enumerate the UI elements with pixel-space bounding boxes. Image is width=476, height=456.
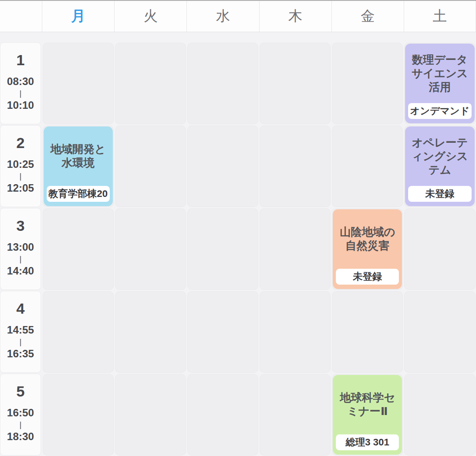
course-location-badge: 総理3 301 — [336, 434, 399, 450]
course-title-line: サイエンス — [412, 67, 468, 80]
period-end-time: 14:40 — [7, 265, 34, 277]
cell-sat-1[interactable]: 数理データ サイエンス 活用 オンデマンド — [404, 43, 475, 124]
cell-mon-4[interactable] — [43, 291, 114, 373]
course-location-badge: 教育学部棟20 — [47, 186, 110, 202]
course-title-line: 山陰地域の — [340, 225, 395, 239]
cell-sat-3[interactable] — [404, 208, 475, 290]
course-title-line: オペレーテ — [412, 136, 468, 149]
period-start-time: 08:30 — [7, 75, 34, 88]
cell-tue-5[interactable] — [115, 374, 186, 456]
cell-fri-5[interactable]: 地球科学セ ミナーⅡ 総理3 301 — [332, 374, 403, 456]
period-2-label: 2 10:25 | 12:05 — [0, 125, 41, 207]
day-header-tue: 火 — [114, 1, 186, 32]
period-number: 5 — [16, 382, 25, 400]
cell-thu-2[interactable] — [260, 126, 331, 207]
course-location-badge: 未登録 — [408, 186, 471, 202]
cell-mon-5[interactable] — [43, 374, 114, 456]
cell-mon-3[interactable] — [43, 208, 114, 290]
course-title-line: 地域開発と — [50, 142, 106, 156]
course-title: 地域開発と 水環境 — [44, 126, 113, 186]
cell-sat-2[interactable]: オペレーテ ィングシス テム 未登録 — [404, 126, 475, 207]
period-separator: | — [19, 337, 22, 347]
cell-tue-2[interactable] — [115, 126, 186, 207]
course-card-fri-3[interactable]: 山陰地域の 自然災害 未登録 — [333, 209, 402, 289]
cell-mon-2[interactable]: 地域開発と 水環境 教育学部棟20 — [43, 126, 114, 207]
course-title: 地球科学セ ミナーⅡ — [333, 375, 402, 434]
period-5-label: 5 16:50 | 18:30 — [0, 374, 41, 456]
cell-wed-3[interactable] — [187, 208, 258, 290]
course-title-line: 自然災害 — [346, 239, 390, 252]
cell-tue-3[interactable] — [115, 208, 186, 290]
period-end-time: 10:10 — [7, 99, 34, 111]
cell-thu-3[interactable] — [260, 208, 331, 290]
cell-tue-1[interactable] — [115, 43, 186, 124]
period-1-label: 1 08:30 | 10:10 — [0, 42, 41, 124]
cell-sat-4[interactable] — [404, 291, 475, 373]
day-header-sat: 土 — [404, 1, 476, 32]
period-end-time: 16:35 — [7, 348, 34, 360]
day-header-wed: 水 — [186, 1, 259, 32]
cell-thu-5[interactable] — [260, 374, 331, 456]
period-end-time: 18:30 — [7, 430, 34, 443]
cell-wed-4[interactable] — [187, 291, 258, 373]
course-title-line: ミナーⅡ — [347, 404, 388, 418]
period-start-time: 10:25 — [7, 158, 34, 171]
period-start-time: 16:50 — [7, 407, 34, 419]
period-number: 1 — [16, 51, 25, 69]
course-card-fri-5[interactable]: 地球科学セ ミナーⅡ 総理3 301 — [333, 375, 402, 455]
course-title-line: 数理データ — [412, 53, 468, 67]
course-title-line: 水環境 — [62, 156, 95, 170]
course-location-badge: 未登録 — [336, 269, 399, 285]
period-separator: | — [19, 420, 22, 430]
timetable-grid: 1 08:30 | 10:10 数理データ サイエンス 活用 オンデマンド 2 … — [0, 42, 476, 456]
cell-wed-5[interactable] — [187, 374, 258, 456]
cell-fri-2[interactable] — [332, 126, 403, 207]
period-number: 2 — [16, 133, 25, 152]
course-title-line: 活用 — [429, 80, 451, 94]
course-title-line: テム — [428, 163, 451, 177]
period-start-time: 13:00 — [7, 241, 34, 253]
cell-wed-2[interactable] — [187, 126, 258, 207]
day-header-mon: 月 — [42, 1, 114, 32]
course-card-sat-2[interactable]: オペレーテ ィングシス テム 未登録 — [405, 126, 474, 206]
cell-tue-4[interactable] — [115, 291, 186, 373]
period-separator: | — [19, 254, 22, 264]
course-title: 数理データ サイエンス 活用 — [405, 44, 474, 103]
cell-fri-1[interactable] — [332, 43, 403, 124]
day-header-fri: 金 — [331, 1, 404, 32]
course-title-line: ィングシス — [412, 149, 468, 163]
cell-thu-1[interactable] — [260, 43, 331, 124]
course-title: オペレーテ ィングシス テム — [405, 126, 474, 186]
period-number: 4 — [16, 299, 25, 318]
period-separator: | — [19, 89, 22, 98]
period-separator: | — [19, 171, 22, 181]
period-3-label: 3 13:00 | 14:40 — [0, 208, 41, 290]
course-title: 山陰地域の 自然災害 — [333, 209, 402, 269]
cell-sat-5[interactable] — [404, 374, 475, 456]
cell-thu-4[interactable] — [260, 291, 331, 373]
day-header-thu: 木 — [259, 1, 331, 32]
course-card-mon-2[interactable]: 地域開発と 水環境 教育学部棟20 — [44, 126, 113, 206]
cell-mon-1[interactable] — [43, 43, 114, 124]
corner-cell — [0, 1, 42, 32]
weekday-header: 月 火 水 木 金 土 — [0, 1, 476, 32]
course-location-badge: オンデマンド — [408, 103, 471, 119]
period-end-time: 12:05 — [7, 182, 34, 194]
period-4-label: 4 14:55 | 16:35 — [0, 291, 41, 373]
period-number: 3 — [16, 216, 25, 235]
cell-fri-4[interactable] — [332, 291, 403, 373]
period-start-time: 14:55 — [7, 324, 34, 336]
cell-wed-1[interactable] — [187, 43, 258, 124]
cell-fri-3[interactable]: 山陰地域の 自然災害 未登録 — [332, 208, 403, 290]
course-title-line: 地球科学セ — [340, 391, 395, 404]
course-card-sat-1[interactable]: 数理データ サイエンス 活用 オンデマンド — [405, 44, 474, 123]
